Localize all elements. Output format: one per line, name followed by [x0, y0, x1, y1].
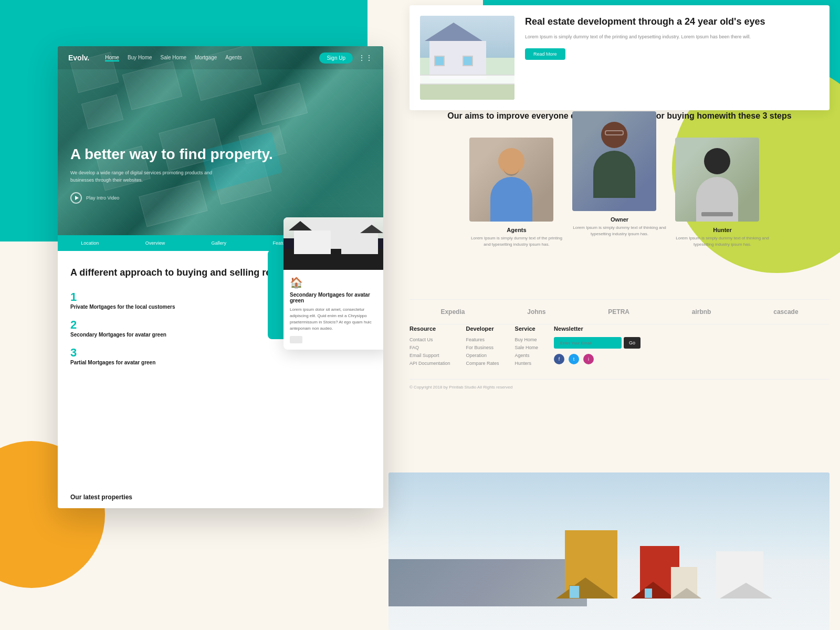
- hero-aerial-image: [58, 46, 383, 235]
- hunter-desc: Lorem Ipsum is simply dummy text of thin…: [675, 235, 770, 248]
- footer-link-contact[interactable]: Contact Us: [410, 337, 450, 342]
- step-3: 3 Partial Mortgages for avatar green: [70, 347, 371, 365]
- logo-airbnb: airbnb: [692, 308, 711, 316]
- hunter-role: Hunter: [675, 227, 770, 233]
- blog-image: [420, 16, 514, 100]
- hunter-head: [704, 148, 730, 174]
- footer-link-sale-home[interactable]: Sale Home: [515, 345, 539, 350]
- footer-link-buy-home[interactable]: Buy Home: [515, 337, 539, 342]
- page-wrapper: Evolv. Home Buy Home Sale Home Mortgage …: [0, 0, 840, 630]
- nav-mortgage[interactable]: Mortgage: [195, 55, 217, 61]
- blog-title: Real estate development through a 24 yea…: [525, 16, 819, 28]
- footer-newsletter-title: Newsletter: [554, 326, 640, 332]
- twitter-icon[interactable]: t: [569, 354, 579, 364]
- person-hunter: Hunter Lorem Ipsum is simply dummy text …: [675, 138, 770, 248]
- footer-developer-title: Developer: [466, 326, 499, 332]
- footer-link-business[interactable]: For Business: [466, 345, 499, 350]
- social-icons: f t i: [554, 354, 640, 364]
- agents-desc: Lorem Ipsum is simply dummy text of the …: [469, 235, 564, 248]
- hero-title: A better way to find property.: [70, 145, 371, 163]
- footer-newsletter: Newsletter Go f t i: [554, 326, 640, 369]
- newsletter-form: Go: [554, 337, 640, 349]
- step-3-label: Partial Mortgages for avatar green: [70, 360, 371, 365]
- hunter-image: [675, 138, 759, 222]
- nav-agents[interactable]: Agents: [225, 55, 242, 61]
- card-popup: 🏠 Secondary Mortgages for avatar green L…: [284, 217, 383, 350]
- logo-expedia: Expedia: [440, 308, 465, 316]
- grid-icon[interactable]: ⋮⋮: [358, 54, 373, 62]
- owner-role: Owner: [572, 216, 667, 223]
- nav-logo: Evolv.: [68, 54, 89, 62]
- owner-silhouette: [572, 111, 656, 211]
- owner-desc: Lorem Ipsum is simply dummy text of thin…: [572, 225, 667, 237]
- right-panel: Real estate development through a 24 yea…: [388, 0, 840, 630]
- play-button[interactable]: Play Intro Video: [70, 192, 371, 204]
- blog-text: Lorem Ipsum is simply dummy text of the …: [525, 33, 819, 40]
- facebook-icon[interactable]: f: [554, 354, 564, 364]
- owner-body: [593, 151, 635, 198]
- logo-johns: Johns: [527, 308, 545, 316]
- footer-link-email[interactable]: Email Support: [410, 353, 450, 358]
- footer-link-api[interactable]: API Documentation: [410, 361, 450, 366]
- footer-link-operation[interactable]: Operation: [466, 353, 499, 358]
- footer-resource-title: Resource: [410, 326, 450, 332]
- winter-houses-image: [388, 472, 830, 630]
- card-popup-action-btn[interactable]: [290, 336, 302, 343]
- agents-silhouette: [469, 138, 553, 222]
- nav-buy-home[interactable]: Buy Home: [128, 55, 152, 61]
- tab-overview[interactable]: Overview: [145, 240, 165, 246]
- tab-gallery[interactable]: Gallery: [212, 240, 227, 246]
- blog-content: Real estate development through a 24 yea…: [525, 16, 819, 100]
- nav-home[interactable]: Home: [105, 55, 119, 61]
- footer-section: Resource Contact Us FAQ Email Support AP…: [410, 326, 830, 390]
- footer-columns: Resource Contact Us FAQ Email Support AP…: [410, 326, 830, 369]
- footer-developer-links: Features For Business Operation Compare …: [466, 337, 499, 366]
- footer-resource-links: Contact Us FAQ Email Support API Documen…: [410, 337, 450, 366]
- nav-links: Home Buy Home Sale Home Mortgage Agents: [105, 55, 319, 61]
- card-popup-title: Secondary Mortgages for avatar green: [290, 292, 382, 303]
- footer-service-links: Buy Home Sale Home Agents Hunters: [515, 337, 539, 366]
- footer-link-features[interactable]: Features: [466, 337, 499, 342]
- aerial-pattern: [58, 46, 383, 235]
- card-popup-image: [284, 217, 383, 270]
- read-more-button[interactable]: Read More: [525, 48, 565, 60]
- agents-role: Agents: [469, 227, 564, 233]
- newsletter-submit-button[interactable]: Go: [624, 337, 640, 349]
- card-popup-text: Lorem ipsum dolor sit amet, consectetur …: [290, 307, 382, 332]
- hunter-silhouette: [675, 138, 759, 222]
- hero-subtitle: We develop a wide range of digital servi…: [70, 170, 217, 184]
- play-circle-icon: [70, 192, 82, 204]
- person-owner: Owner Lorem Ipsum is simply dummy text o…: [572, 127, 667, 248]
- play-triangle-icon: [75, 196, 79, 200]
- navbar: Evolv. Home Buy Home Sale Home Mortgage …: [58, 46, 383, 69]
- signup-button[interactable]: Sign Up: [319, 52, 353, 64]
- steps-section: Our aims to improve everyone experience …: [410, 110, 830, 248]
- footer-link-agents[interactable]: Agents: [515, 353, 539, 358]
- footer-service: Service Buy Home Sale Home Agents Hunter…: [515, 326, 539, 369]
- hero-section: Evolv. Home Buy Home Sale Home Mortgage …: [58, 46, 383, 235]
- content-section: A different approach to buying and selli…: [58, 251, 383, 402]
- logo-petra: PETRA: [608, 308, 629, 316]
- agents-image: [469, 138, 553, 222]
- logo-cascade: cascade: [773, 308, 798, 316]
- hero-content: A better way to find property. We develo…: [70, 145, 371, 204]
- house-icon: 🏠: [290, 276, 382, 289]
- bottom-label: Our latest properties: [70, 494, 132, 501]
- footer-service-title: Service: [515, 326, 539, 332]
- footer-link-faq[interactable]: FAQ: [410, 345, 450, 350]
- footer-link-hunters[interactable]: Hunters: [515, 361, 539, 366]
- card-popup-body: 🏠 Secondary Mortgages for avatar green L…: [284, 270, 383, 350]
- footer-link-compare[interactable]: Compare Rates: [466, 361, 499, 366]
- agents-body: [490, 177, 532, 222]
- play-label: Play Intro Video: [86, 195, 119, 201]
- blog-card: Real estate development through a 24 yea…: [410, 5, 830, 110]
- footer-developer: Developer Features For Business Operatio…: [466, 326, 499, 369]
- tab-location[interactable]: Location: [81, 240, 99, 246]
- instagram-icon[interactable]: i: [583, 354, 594, 364]
- footer-copyright: © Copyright 2018 by Printlab Studio All …: [410, 379, 830, 390]
- owner-image: [572, 111, 656, 211]
- nav-sale-home[interactable]: Sale Home: [161, 55, 186, 61]
- footer-resource: Resource Contact Us FAQ Email Support AP…: [410, 326, 450, 369]
- newsletter-email-input[interactable]: [554, 337, 622, 349]
- persons-row: Agents Lorem Ipsum is simply dummy text …: [410, 138, 830, 248]
